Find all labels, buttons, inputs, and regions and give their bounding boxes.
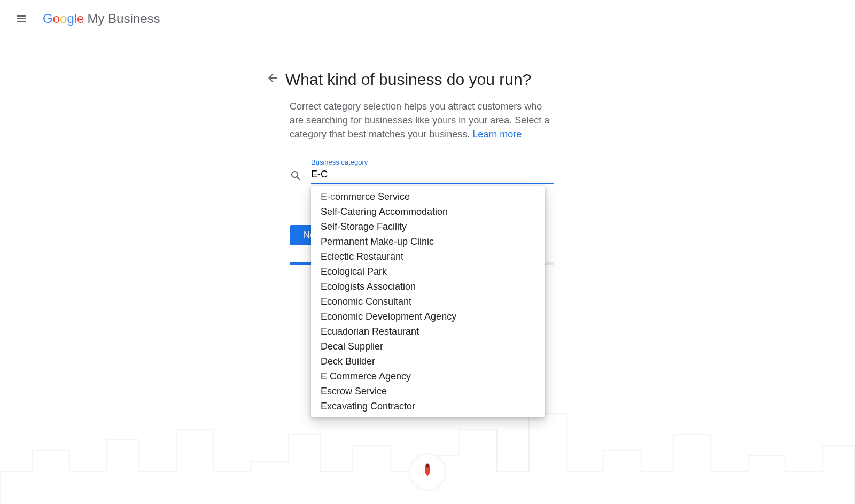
learn-more-link[interactable]: Learn more (472, 129, 522, 139)
hamburger-icon (15, 12, 28, 25)
suggestion-item[interactable]: Decal Supplier (311, 339, 545, 354)
back-button[interactable] (260, 65, 285, 91)
suggestion-item[interactable]: Permanent Make-up Clinic (311, 234, 545, 249)
svg-point-0 (409, 454, 446, 490)
suggestion-item[interactable]: Self-Catering Accommodation (311, 204, 545, 219)
onboarding-card: What kind of business do you run? Correc… (262, 69, 561, 265)
page-title: What kind of business do you run? (285, 69, 531, 90)
app-header: Google My Business (0, 0, 855, 37)
suggestion-item[interactable]: Ecological Park (311, 264, 545, 279)
suggestion-item[interactable]: Escrow Service (311, 384, 545, 399)
suggestion-item[interactable]: E-commerce Service (311, 189, 545, 204)
svg-point-1 (426, 464, 430, 468)
category-field: Business category E-commerce ServiceSelf… (290, 167, 554, 184)
suggestion-item[interactable]: Economic Development Agency (311, 309, 545, 324)
suggestion-item[interactable]: Economic Consultant (311, 294, 545, 309)
category-label: Business category (311, 158, 368, 166)
suggestion-item[interactable]: Excavating Contractor (311, 399, 545, 414)
page-subtitle: Correct category selection helps you att… (290, 99, 557, 141)
category-suggestions: E-commerce ServiceSelf-Catering Accommod… (311, 186, 545, 417)
arrow-left-icon (266, 72, 279, 84)
main-menu-button[interactable] (9, 6, 34, 32)
search-icon (290, 169, 302, 182)
suggestion-item[interactable]: Eclectic Restaurant (311, 249, 545, 264)
suggestion-item[interactable]: Deck Builder (311, 354, 545, 369)
google-logo-text: Google (43, 11, 84, 26)
category-input[interactable] (311, 167, 554, 184)
product-logo: Google My Business (43, 11, 160, 26)
product-name: My Business (87, 11, 160, 26)
suggestion-item[interactable]: Ecologists Association (311, 279, 545, 294)
suggestion-item[interactable]: E Commerce Agency (311, 369, 545, 384)
suggestion-item[interactable]: Ecuadorian Restaurant (311, 324, 545, 339)
suggestion-item[interactable]: Self-Storage Facility (311, 219, 545, 234)
